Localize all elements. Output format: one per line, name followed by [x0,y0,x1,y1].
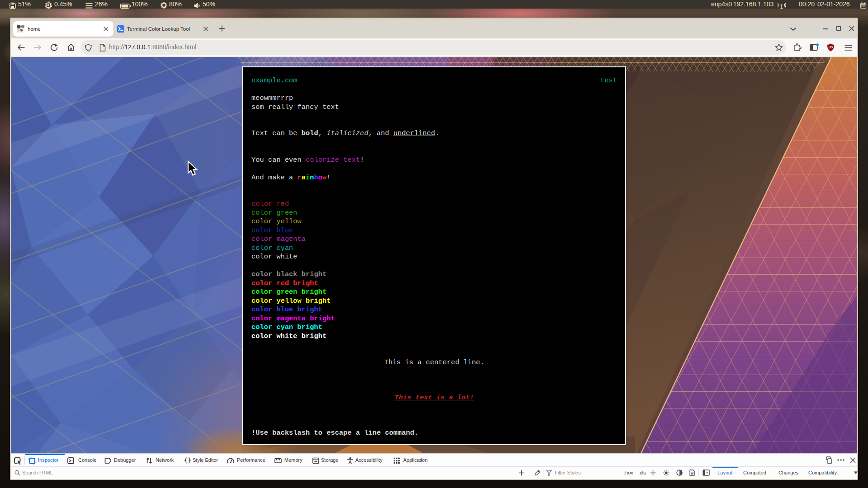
svg-text:UO: UO [829,46,833,49]
